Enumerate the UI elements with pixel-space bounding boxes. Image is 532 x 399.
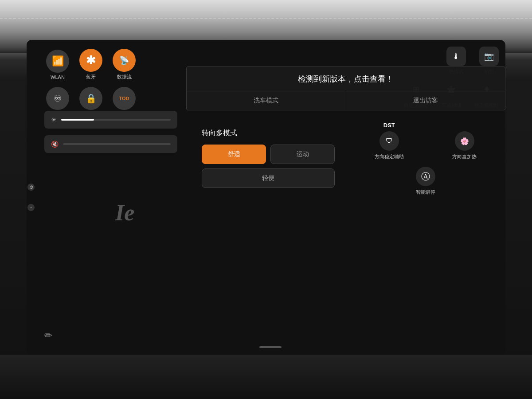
sliders-area: ☀ 🔇 <box>44 111 177 153</box>
quick-controls-area: 📶 WLAN ✱ 蓝牙 📡 数据流 ♾ 个人热点 <box>44 49 137 118</box>
notification-overlay: 检测到新版本，点击查看！ 洗车模式 退出访客 <box>186 66 505 110</box>
exit-visitor-btn[interactable]: 退出访客 <box>346 91 505 110</box>
edit-button[interactable]: ✏ <box>44 330 52 341</box>
mode-row-top: 舒适 运动 <box>202 145 335 164</box>
screen-content: 📶 WLAN ✱ 蓝牙 📡 数据流 ♾ 个人热点 <box>35 40 505 355</box>
wheel-heat-icon: 🌸 <box>455 131 474 151</box>
steering-mode-panel: 转向多模式 舒适 运动 轻便 <box>195 122 341 195</box>
data-flow-icon: 📡 <box>113 49 136 72</box>
brightness-track <box>61 119 171 121</box>
notification-text[interactable]: 检测到新版本，点击查看！ <box>187 67 505 91</box>
left-sidebar: ⏻ + <box>27 40 35 355</box>
mode-buttons: 舒适 运动 轻便 <box>202 145 335 188</box>
sidebar-power-btn[interactable]: ⏻ <box>27 184 35 191</box>
brightness-slider[interactable]: ☀ <box>44 111 177 129</box>
wheel-heat-button[interactable]: 🌸 方向盘加热 <box>452 122 477 160</box>
dst-row-bottom: Ⓐ 智能启停 <box>355 167 497 196</box>
sport-mode-btn[interactable]: 运动 <box>270 145 335 164</box>
mode-row-bottom: 轻便 <box>202 168 335 188</box>
light-mode-btn[interactable]: 轻便 <box>202 168 335 188</box>
steering-title: 转向多模式 <box>202 129 335 138</box>
heat-mode-icon: 🌡 <box>446 47 466 66</box>
photo-icon: 📷 <box>479 47 499 66</box>
auto-stop-button[interactable]: Ⓐ 智能启停 <box>416 167 435 196</box>
bottom-indicator <box>259 346 282 348</box>
volume-slider[interactable]: 🔇 <box>44 135 177 153</box>
bluetooth-button[interactable]: ✱ 蓝牙 <box>78 49 104 80</box>
bottom-bezel <box>0 355 532 399</box>
main-screen: ⏻ + 📶 WLAN ✱ 蓝牙 📡 数据流 <box>27 40 505 355</box>
comfort-mode-btn[interactable]: 舒适 <box>202 145 266 164</box>
bluetooth-label: 蓝牙 <box>86 74 96 80</box>
hotspot-icon: ♾ <box>46 87 69 110</box>
wlan-icon: 📶 <box>46 50 69 73</box>
notification-actions: 洗车模式 退出访客 <box>187 91 505 110</box>
dst-row-top: DST 🛡 方向稳定辅助 🌸 方向盘加热 <box>355 122 497 160</box>
auto-stop-icon: Ⓐ <box>416 167 435 186</box>
tod-icon: TOD <box>113 87 136 110</box>
sidebar-plus-btn[interactable]: + <box>27 204 35 211</box>
wheel-heat-title <box>464 122 466 129</box>
dst-icon: 🛡 <box>379 131 399 151</box>
brightness-icon: ☀ <box>51 116 57 123</box>
dst-label: 方向稳定辅助 <box>375 153 404 160</box>
wheel-heat-label: 方向盘加热 <box>452 153 477 160</box>
data-flow-label: 数据流 <box>117 74 132 80</box>
onekey-icon: 🔒 <box>79 87 102 110</box>
dst-panel: DST 🛡 方向稳定辅助 🌸 方向盘加热 Ⓐ 智能启停 <box>355 122 497 196</box>
ie-logo: Ie <box>115 200 134 226</box>
stitching-decoration <box>0 18 532 19</box>
carwash-mode-btn[interactable]: 洗车模式 <box>187 91 346 110</box>
wlan-label: WLAN <box>51 74 65 80</box>
volume-icon: 🔇 <box>51 141 59 148</box>
bluetooth-icon: ✱ <box>79 49 102 72</box>
dst-title: DST <box>383 122 395 129</box>
auto-stop-label: 智能启停 <box>416 189 435 196</box>
dst-button[interactable]: DST 🛡 方向稳定辅助 <box>375 122 404 160</box>
wlan-button[interactable]: 📶 WLAN <box>44 50 71 80</box>
brightness-fill <box>61 119 94 121</box>
volume-track <box>63 143 171 145</box>
data-flow-button[interactable]: 📡 数据流 <box>111 49 137 80</box>
